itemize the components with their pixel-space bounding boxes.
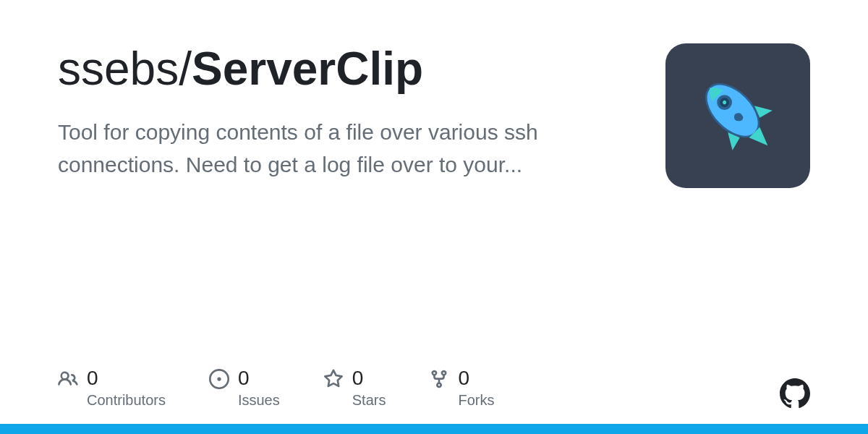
issues-icon bbox=[209, 369, 229, 389]
stars-label: Stars bbox=[352, 392, 386, 409]
repo-avatar bbox=[665, 43, 810, 188]
repo-title: ssebs/ServerClip bbox=[58, 43, 651, 94]
repo-name: ServerClip bbox=[192, 43, 423, 95]
stats-container: 0 Contributors 0 Issues 0 Stars bbox=[58, 366, 494, 409]
forks-value: 0 bbox=[458, 366, 494, 391]
bottom-accent-bar bbox=[0, 424, 868, 434]
contributors-value: 0 bbox=[87, 366, 166, 391]
forks-label: Forks bbox=[458, 392, 494, 409]
repo-separator: / bbox=[179, 43, 192, 95]
contributors-label: Contributors bbox=[87, 392, 166, 409]
stat-stars: 0 Stars bbox=[323, 366, 386, 409]
repo-description: Tool for copying contents of a file over… bbox=[58, 116, 622, 181]
contributors-icon bbox=[58, 369, 78, 389]
forks-icon bbox=[429, 369, 449, 389]
stat-issues: 0 Issues bbox=[209, 366, 280, 409]
issues-value: 0 bbox=[238, 366, 280, 391]
stars-value: 0 bbox=[352, 366, 386, 391]
issues-label: Issues bbox=[238, 392, 280, 409]
repo-owner: ssebs bbox=[58, 43, 179, 95]
stars-icon bbox=[323, 369, 344, 389]
stat-forks: 0 Forks bbox=[429, 366, 494, 409]
github-logo-icon bbox=[780, 378, 810, 409]
rocket-icon bbox=[671, 49, 804, 182]
stat-contributors: 0 Contributors bbox=[58, 366, 166, 409]
